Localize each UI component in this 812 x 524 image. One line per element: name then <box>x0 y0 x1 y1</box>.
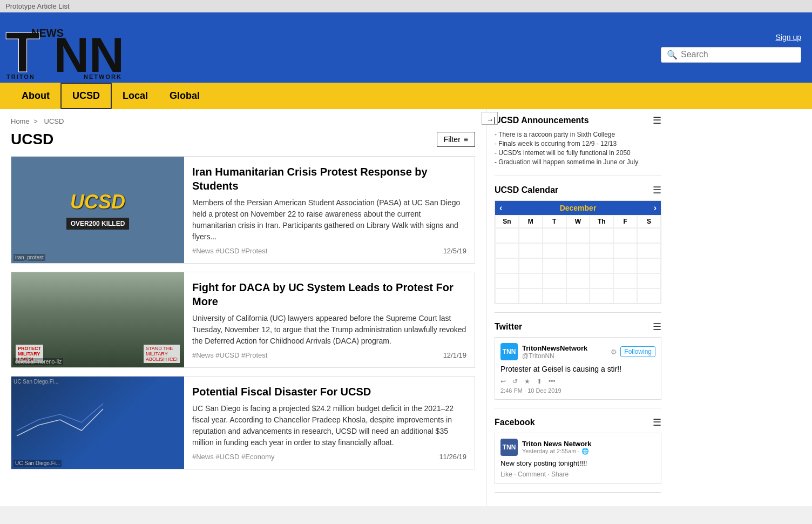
filter-label: Filter <box>444 135 461 144</box>
nav-item-local[interactable]: Local <box>112 84 159 108</box>
article-tags[interactable]: #News #UCSD #Protest <box>192 247 267 255</box>
calendar-cell <box>613 243 637 258</box>
article-excerpt: University of California (UC) lawyers ap… <box>192 313 466 347</box>
article-title[interactable]: Potential Fiscal Disaster For UCSD <box>192 385 466 399</box>
article-image: UC San Diego.Fi... UC San Diego.Fi... <box>11 377 184 469</box>
facebook-actions[interactable]: Like · Comment · Share <box>500 471 655 478</box>
article-card[interactable]: PROTECTMILITARYLIVES! STAND THEMILITARYA… <box>11 272 475 368</box>
search-input[interactable] <box>681 50 795 59</box>
calendar-day-label: Sn <box>495 215 519 228</box>
calendar-day-label: W <box>566 215 590 228</box>
calendar-cell <box>519 258 543 273</box>
facebook-menu-icon[interactable]: ☰ <box>653 416 661 428</box>
calendar-cell <box>637 228 661 243</box>
article-footer: #News #UCSD #Economy 11/26/19 <box>192 453 466 461</box>
filter-button[interactable]: Filter ≡ <box>437 132 475 147</box>
twitter-share-icon[interactable]: ⬆ <box>537 378 542 385</box>
twitter-avatar-text: TNN <box>503 348 516 355</box>
twitter-retweet-icon[interactable]: ↺ <box>512 378 518 385</box>
calendar-cell <box>543 243 566 258</box>
right-sidebar: UCSD Announcements ☰ - There is a raccoo… <box>486 109 669 506</box>
article-tags[interactable]: #News #UCSD #Economy <box>192 453 274 461</box>
twitter-like-icon[interactable]: ★ <box>524 378 530 385</box>
breadcrumb-current: UCSD <box>44 117 64 125</box>
calendar-day-label: M <box>519 215 543 228</box>
article-card[interactable]: UC San Diego.Fi... UC San Diego.Fi... Po… <box>11 376 475 469</box>
facebook-card: TNN Triton News Network Yesterday at 2:5… <box>495 433 661 484</box>
calendar-cell <box>566 288 590 304</box>
calendar-day-label: F <box>613 215 637 228</box>
search-box[interactable]: 🔍 <box>661 47 801 63</box>
facebook-section: Facebook ☰ TNN Triton News Network Yeste… <box>495 416 661 493</box>
article-image: PROTECTMILITARYLIVES! STAND THEMILITARYA… <box>11 272 184 367</box>
article-date: 12/5/19 <box>443 247 466 255</box>
calendar-cell <box>495 243 519 258</box>
calendar-cell <box>566 228 590 243</box>
calendar-menu-icon[interactable]: ☰ <box>653 184 661 196</box>
svg-text:NEWS: NEWS <box>31 27 64 39</box>
twitter-more-icon[interactable]: ••• <box>549 378 556 385</box>
calendar-cell <box>637 258 661 273</box>
calendar-cell <box>637 288 661 304</box>
calendar-cell <box>519 288 543 304</box>
twitter-settings-icon[interactable]: ⚙ <box>611 348 617 356</box>
logo-wrapper: T NN NEWS TRITON NETWORK <box>5 21 146 75</box>
calendar-cell <box>613 228 637 243</box>
announcements-title: UCSD Announcements <box>495 116 589 125</box>
article-card[interactable]: UCSD OVER200 KILLED iran_protest Iran Hu… <box>11 156 475 264</box>
calendar-cell <box>590 228 613 243</box>
calendar-day-label: Th <box>590 215 613 228</box>
breadcrumb-home[interactable]: Home <box>11 117 30 125</box>
breadcrumb-separator: > <box>33 117 38 125</box>
calendar-next[interactable]: › <box>654 203 657 213</box>
article-body: Potential Fiscal Disaster For UCSD UC Sa… <box>184 377 475 469</box>
article-image: UCSD OVER200 KILLED iran_protest <box>11 157 184 263</box>
sidebar-collapse-button[interactable]: →| <box>482 112 498 125</box>
search-icon: 🔍 <box>667 50 678 60</box>
calendar-cell <box>590 288 613 304</box>
calendar-cell <box>637 243 661 258</box>
calendar-cell <box>566 243 590 258</box>
facebook-meta: Yesterday at 2:55am · 🌐 <box>522 448 592 455</box>
page-title: UCSD <box>11 131 53 148</box>
calendar-cell <box>566 258 590 273</box>
filter-icon: ≡ <box>464 135 468 144</box>
calendar-day-label: T <box>543 215 566 228</box>
twitter-reply-icon[interactable]: ↩ <box>500 378 506 385</box>
facebook-title: Facebook <box>495 418 535 427</box>
twitter-card: TNN TritonNewsNetwork @TritonNN ⚙ Follow… <box>495 337 661 400</box>
calendar-cell <box>543 258 566 273</box>
nav: AboutUCSDLocalGlobal <box>0 83 812 109</box>
twitter-name: TritonNewsNetwork <box>522 344 587 352</box>
twitter-actions: ↩ ↺ ★ ⬆ ••• <box>500 378 655 385</box>
article-image-label: celestial-moreno-liz <box>13 358 63 365</box>
article-title[interactable]: Iran Humanitarian Crisis Protest Respons… <box>192 165 466 193</box>
signup-link[interactable]: Sign up <box>776 33 801 42</box>
calendar-cell <box>543 273 566 288</box>
calendar-section: UCSD Calendar ☰ ‹ December › SnMTWThFS <box>495 184 661 313</box>
announcements-menu-icon[interactable]: ☰ <box>653 115 661 126</box>
announcements-section: UCSD Announcements ☰ - There is a raccoo… <box>495 115 661 176</box>
announcement-item: - There is a raccoon party in Sixth Coll… <box>495 131 661 138</box>
article-tags[interactable]: #News #UCSD #Protest <box>192 351 267 359</box>
twitter-menu-icon[interactable]: ☰ <box>653 321 661 333</box>
twitter-following-btn[interactable]: Following <box>620 346 655 357</box>
calendar-cell <box>495 288 519 304</box>
nav-item-about[interactable]: About <box>11 84 60 108</box>
facebook-card-header: TNN Triton News Network Yesterday at 2:5… <box>500 439 655 456</box>
svg-text:TRITON: TRITON <box>6 73 35 80</box>
calendar-day-label: S <box>637 215 661 228</box>
logo: T NN NEWS TRITON NETWORK <box>5 21 146 75</box>
nav-item-ucsd[interactable]: UCSD <box>60 83 112 109</box>
twitter-identity: TritonNewsNetwork @TritonNN <box>522 344 587 360</box>
calendar-cell <box>566 273 590 288</box>
calendar-cell <box>637 273 661 288</box>
nav-item-global[interactable]: Global <box>159 84 211 108</box>
facebook-name: Triton News Network <box>522 440 592 448</box>
calendar-prev[interactable]: ‹ <box>499 203 502 213</box>
logo-svg: T NN NEWS TRITON NETWORK <box>5 21 146 80</box>
twitter-timestamp: 2:46 PM · 10 Dec 2019 <box>500 387 655 394</box>
collapse-icon: →| <box>486 116 495 124</box>
article-title[interactable]: Fight for DACA by UC System Leads to Pro… <box>192 280 466 308</box>
calendar-cell <box>543 288 566 304</box>
